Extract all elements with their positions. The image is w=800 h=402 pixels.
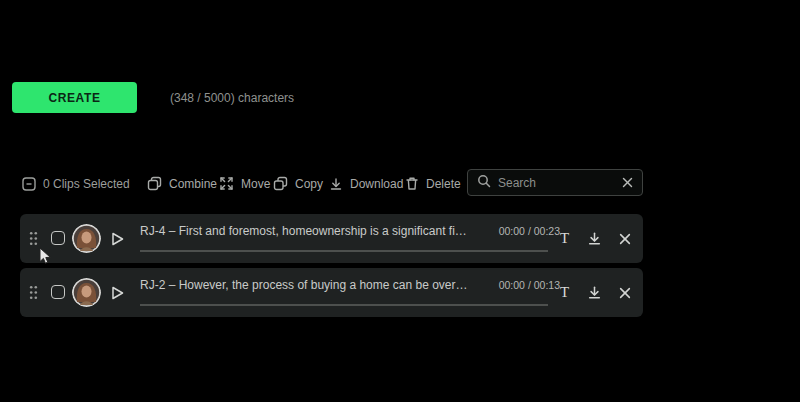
download-icon [587, 231, 602, 246]
clip-row: RJ-2 – However, the process of buying a … [20, 268, 643, 317]
trash-icon [405, 176, 419, 191]
x-icon [619, 233, 631, 245]
mouse-cursor-icon [38, 247, 53, 269]
clip-row: RJ-4 – First and foremost, homeownership… [20, 214, 643, 263]
create-button[interactable]: CREATE [12, 82, 137, 113]
x-icon [619, 287, 631, 299]
serif-t-icon: T [560, 231, 569, 246]
download-clip-button[interactable] [584, 282, 605, 303]
remove-clip-button[interactable] [614, 228, 635, 249]
clip-actions: T [554, 268, 635, 317]
copy-label: Copy [295, 177, 323, 191]
voice-avatar [72, 278, 101, 307]
seek-bar[interactable] [140, 250, 548, 252]
download-icon [587, 285, 602, 300]
download-label: Download [350, 177, 403, 191]
clips-selected-status: 0 Clips Selected [22, 170, 130, 197]
combine-button[interactable]: Combine [147, 170, 217, 197]
seek-bar[interactable] [140, 304, 548, 306]
clip-content: RJ-2 – However, the process of buying a … [140, 278, 560, 310]
move-label: Move [241, 177, 270, 191]
move-icon [219, 176, 234, 191]
clip-checkbox[interactable] [51, 231, 65, 245]
move-button[interactable]: Move [219, 170, 270, 197]
delete-button[interactable]: Delete [405, 170, 461, 197]
remove-clip-button[interactable] [614, 282, 635, 303]
delete-label: Delete [426, 177, 461, 191]
copy-button[interactable]: Copy [273, 170, 323, 197]
search-input[interactable] [498, 176, 615, 190]
clear-search-button[interactable] [622, 177, 633, 188]
search-box [467, 169, 643, 196]
indeterminate-checkbox-icon[interactable] [22, 177, 36, 191]
edit-text-button[interactable]: T [554, 228, 575, 249]
play-button[interactable] [109, 230, 125, 247]
voice-avatar [72, 224, 101, 253]
combine-label: Combine [169, 177, 217, 191]
combine-icon [147, 176, 162, 191]
search-icon [477, 174, 491, 192]
clip-time: 00:00 / 00:23 [499, 225, 560, 237]
clip-checkbox[interactable] [51, 285, 65, 299]
serif-t-icon: T [560, 285, 569, 300]
clip-manager-page: { "header": { "create_label": "CREATE", … [0, 0, 800, 402]
clip-actions: T [554, 214, 635, 263]
download-icon [329, 177, 343, 191]
clip-time: 00:00 / 00:13 [499, 279, 560, 291]
clip-content: RJ-4 – First and foremost, homeownership… [140, 224, 560, 256]
drag-handle-icon[interactable] [29, 285, 38, 304]
play-button[interactable] [109, 284, 125, 301]
copy-icon [273, 176, 288, 191]
download-button[interactable]: Download [329, 170, 403, 197]
edit-text-button[interactable]: T [554, 282, 575, 303]
download-clip-button[interactable] [584, 228, 605, 249]
clip-title: RJ-2 – However, the process of buying a … [140, 278, 468, 292]
drag-handle-icon[interactable] [29, 231, 38, 250]
clips-selected-label: 0 Clips Selected [43, 177, 130, 191]
character-counter: (348 / 5000) characters [170, 82, 294, 113]
clip-title: RJ-4 – First and foremost, homeownership… [140, 224, 467, 238]
